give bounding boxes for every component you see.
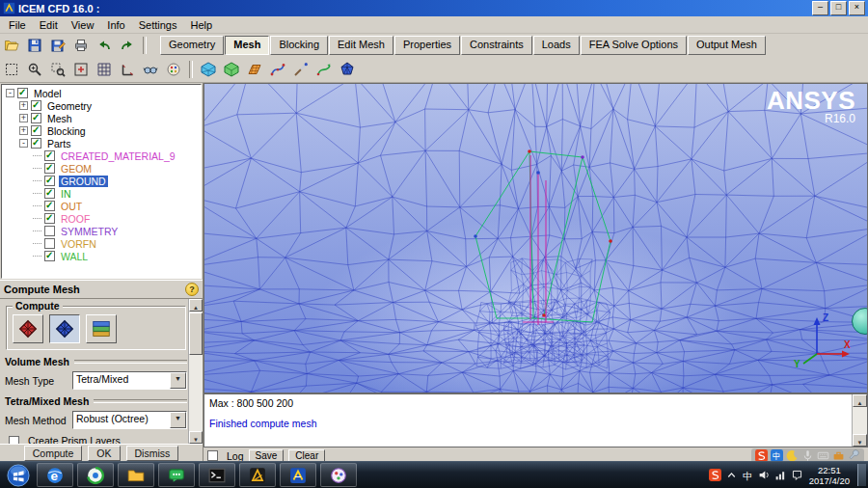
surface-mesh-setup-button[interactable] bbox=[244, 60, 265, 79]
scroll-thumb[interactable] bbox=[189, 312, 203, 355]
select-button[interactable] bbox=[1, 60, 22, 79]
tree-checkbox-ground[interactable] bbox=[44, 176, 55, 186]
compute-button[interactable]: Compute bbox=[24, 446, 83, 461]
tree-label-geometry[interactable]: Geometry bbox=[45, 100, 94, 112]
tree-label-created_material_9[interactable]: CREATED_MATERIAL_9 bbox=[59, 150, 177, 162]
menu-edit[interactable]: Edit bbox=[33, 18, 65, 32]
create-prism-layers-checkbox[interactable] bbox=[9, 436, 19, 445]
tab-mesh[interactable]: Mesh bbox=[225, 36, 269, 55]
compute-prism-mesh-button[interactable] bbox=[86, 314, 117, 343]
tree-checkbox-vorfn[interactable] bbox=[44, 238, 55, 249]
message-scroll-up-icon[interactable] bbox=[853, 394, 867, 407]
taskbar-app-messenger[interactable] bbox=[158, 463, 195, 487]
tab-blocking[interactable]: Blocking bbox=[270, 36, 328, 55]
tree-label-out[interactable]: OUT bbox=[59, 201, 84, 212]
message-window[interactable]: Max : 800 500 200Finished compute mesh bbox=[203, 393, 868, 447]
taskbar-app-folder-manager[interactable] bbox=[118, 463, 154, 487]
tree-checkbox-model[interactable] bbox=[17, 88, 28, 98]
start-button[interactable] bbox=[6, 464, 31, 487]
tray-sogou-tray-icon[interactable] bbox=[709, 469, 721, 481]
glasses-button[interactable] bbox=[140, 60, 161, 79]
compute-volume-mesh-button[interactable] bbox=[49, 314, 80, 343]
graphics-viewport[interactable]: ANSYS R16.0 Z X Y bbox=[203, 83, 868, 393]
part-mesh-setup-button[interactable] bbox=[221, 60, 242, 79]
palette-button[interactable] bbox=[163, 60, 184, 79]
zoom-box-button[interactable] bbox=[47, 60, 68, 79]
compute-surface-mesh-button[interactable] bbox=[13, 314, 43, 343]
tray-action-center-icon[interactable] bbox=[791, 469, 803, 481]
taskbar-clock[interactable]: 22:51 2017/4/20 bbox=[803, 465, 855, 486]
dropdown-arrow-icon[interactable] bbox=[170, 372, 186, 389]
tree-label-geom[interactable]: GEOM bbox=[59, 163, 94, 175]
menu-file[interactable]: File bbox=[2, 18, 33, 32]
taskbar-app-browser-360[interactable] bbox=[77, 463, 114, 487]
undo-button[interactable] bbox=[94, 36, 115, 55]
scroll-up-icon[interactable] bbox=[189, 299, 203, 312]
help-icon[interactable]: ? bbox=[185, 283, 199, 296]
expand-icon[interactable]: + bbox=[19, 101, 28, 110]
tree-label-mesh[interactable]: Mesh bbox=[45, 113, 74, 124]
menu-info[interactable]: Info bbox=[100, 18, 131, 32]
scroll-down-icon[interactable] bbox=[189, 431, 203, 444]
tree-checkbox-in[interactable] bbox=[44, 188, 55, 199]
mesh-curve-button[interactable] bbox=[313, 60, 335, 79]
save-as-button[interactable] bbox=[47, 36, 68, 55]
taskbar-app-internet-explorer[interactable]: e bbox=[37, 463, 73, 487]
tree-label-in[interactable]: IN bbox=[59, 188, 73, 200]
minimize-button[interactable]: – bbox=[812, 1, 828, 15]
global-mesh-setup-button[interactable] bbox=[198, 60, 219, 79]
panel-scrollbar[interactable] bbox=[188, 299, 203, 444]
show-desktop-button[interactable] bbox=[857, 464, 866, 486]
ok-button[interactable]: OK bbox=[88, 446, 120, 461]
tray-input-indicator-icon[interactable]: 中 bbox=[742, 469, 754, 481]
log-checkbox[interactable] bbox=[207, 450, 218, 461]
menu-settings[interactable]: Settings bbox=[132, 18, 184, 32]
close-button[interactable]: × bbox=[849, 1, 865, 15]
message-scrollbar[interactable] bbox=[852, 394, 867, 447]
expand-icon[interactable]: + bbox=[19, 114, 28, 122]
dropdown-arrow-icon[interactable] bbox=[170, 412, 186, 428]
tree-label-model[interactable]: Model bbox=[32, 88, 64, 99]
tree-checkbox-roof[interactable] bbox=[44, 213, 55, 224]
tab-properties[interactable]: Properties bbox=[394, 36, 460, 55]
fit-button[interactable] bbox=[70, 60, 92, 79]
redo-button[interactable] bbox=[117, 36, 138, 55]
menu-help[interactable]: Help bbox=[183, 18, 219, 32]
tree-checkbox-mesh[interactable] bbox=[31, 113, 41, 123]
tree-label-symmetry[interactable]: SYMMETRY bbox=[59, 226, 120, 237]
tree-checkbox-geom[interactable] bbox=[44, 163, 55, 174]
tree-label-parts[interactable]: Parts bbox=[45, 138, 73, 149]
taskbar-app-ansys-launcher[interactable] bbox=[239, 463, 276, 487]
tree-label-roof[interactable]: ROOF bbox=[59, 213, 92, 225]
tab-output-mesh[interactable]: Output Mesh bbox=[688, 36, 766, 55]
dismiss-button[interactable]: Dismiss bbox=[126, 446, 179, 461]
mesh-type-dropdown[interactable]: Tetra/Mixed bbox=[72, 371, 187, 390]
mesh-probe-button[interactable] bbox=[290, 60, 312, 79]
tree-checkbox-out[interactable] bbox=[44, 201, 55, 211]
curve-mesh-setup-button[interactable] bbox=[267, 60, 288, 79]
tree-label-wall[interactable]: WALL bbox=[59, 251, 90, 262]
tree-checkbox-blocking[interactable] bbox=[31, 125, 41, 136]
tree-label-vorfn[interactable]: VORFN bbox=[59, 238, 98, 250]
save-button[interactable] bbox=[24, 36, 45, 55]
tab-constraints[interactable]: Constraints bbox=[461, 36, 532, 55]
tree-checkbox-wall[interactable] bbox=[44, 251, 55, 261]
tray-hidden-icons-icon[interactable] bbox=[725, 469, 738, 481]
taskbar-app-terminal[interactable] bbox=[199, 463, 235, 487]
tray-network-icon[interactable] bbox=[774, 469, 787, 481]
tab-geometry[interactable]: Geometry bbox=[160, 36, 224, 55]
message-scroll-down-icon[interactable] bbox=[853, 434, 867, 447]
zoom-in-button[interactable] bbox=[24, 60, 45, 79]
tree-checkbox-geometry[interactable] bbox=[31, 100, 41, 111]
tree-label-ground[interactable]: GROUND bbox=[59, 176, 108, 187]
tray-volume-icon[interactable] bbox=[758, 469, 771, 481]
open-folder-button[interactable] bbox=[1, 36, 22, 55]
collapse-icon[interactable]: - bbox=[19, 139, 28, 148]
tab-fea-solve-options[interactable]: FEA Solve Options bbox=[581, 36, 687, 55]
tree-checkbox-created_material_9[interactable] bbox=[44, 150, 55, 161]
collapse-icon[interactable]: - bbox=[6, 89, 14, 97]
print-button[interactable] bbox=[70, 36, 92, 55]
menu-view[interactable]: View bbox=[65, 18, 101, 32]
axes-button[interactable] bbox=[117, 60, 138, 79]
tree-checkbox-parts[interactable] bbox=[31, 138, 41, 149]
